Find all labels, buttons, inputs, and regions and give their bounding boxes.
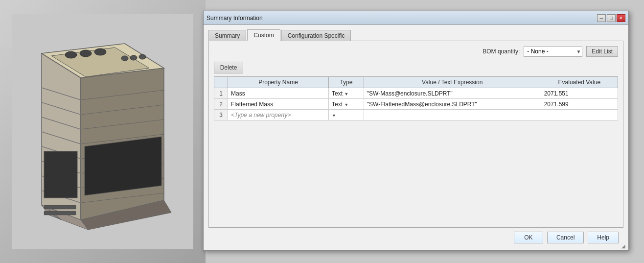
- table-row[interactable]: 2Flatterned MassText ▼"SW-FlattenedMass@…: [214, 99, 618, 110]
- tab-custom[interactable]: Custom: [247, 29, 280, 41]
- dialog-footer: OK Cancel Help: [208, 228, 623, 246]
- value-expr-cell[interactable]: "SW-Mass@enclosure.SLDPRT": [364, 88, 541, 99]
- svg-point-7: [94, 48, 106, 55]
- tab-configuration[interactable]: Configuration Specific: [281, 30, 351, 41]
- cad-viewport: [0, 0, 206, 263]
- type-cell[interactable]: ▼: [328, 110, 364, 120]
- evaluated-value-cell: 2071.599: [541, 99, 618, 110]
- value-expr-cell[interactable]: "SW-FlattenedMass@enclosure.SLDPRT": [364, 99, 541, 110]
- type-cell[interactable]: Text ▼: [328, 99, 364, 110]
- svg-point-8: [121, 56, 128, 61]
- title-bar-buttons: ─ □ ✕: [597, 14, 625, 22]
- row-number: 1: [214, 88, 228, 99]
- col-header-num: [214, 77, 228, 88]
- dialog-title-bar: Summary Information ─ □ ✕: [204, 11, 628, 25]
- summary-information-dialog: Summary Information ─ □ ✕ Summary Custom…: [203, 11, 629, 251]
- restore-button[interactable]: □: [607, 14, 616, 22]
- svg-marker-28: [85, 137, 161, 195]
- tab-content-area: BOM quantity: - None - ▼ Edit List Delet…: [208, 41, 623, 228]
- bom-label: BOM quantity:: [483, 48, 520, 55]
- svg-rect-33: [44, 211, 76, 215]
- property-name-cell[interactable]: Flatterned Mass: [228, 99, 329, 110]
- ok-button[interactable]: OK: [514, 232, 543, 243]
- tab-bar: Summary Custom Configuration Specific: [208, 29, 623, 41]
- svg-point-5: [65, 51, 77, 58]
- col-header-type: Type: [328, 77, 364, 88]
- type-dropdown-arrow[interactable]: ▼: [344, 92, 348, 96]
- row-number: 3: [214, 110, 228, 120]
- delete-button-row: Delete: [214, 62, 618, 76]
- table-row[interactable]: 1MassText ▼"SW-Mass@enclosure.SLDPRT"207…: [214, 88, 618, 99]
- type-dropdown-arrow-empty[interactable]: ▼: [332, 113, 336, 118]
- delete-button[interactable]: Delete: [214, 62, 243, 73]
- help-button[interactable]: Help: [588, 232, 619, 243]
- svg-point-9: [130, 55, 137, 60]
- evaluated-value-cell: [541, 110, 618, 120]
- edit-list-button[interactable]: Edit List: [586, 46, 618, 57]
- resize-handle[interactable]: ◢: [621, 243, 627, 249]
- table-row[interactable]: 3<Type a new property>▼: [214, 110, 618, 120]
- svg-point-10: [139, 54, 146, 59]
- dialog-content: Summary Custom Configuration Specific BO…: [204, 25, 628, 250]
- property-name-cell[interactable]: Mass: [228, 88, 329, 99]
- col-header-property: Property Name: [228, 77, 329, 88]
- col-header-value: Value / Text Expression: [364, 77, 541, 88]
- row-number: 2: [214, 99, 228, 110]
- property-name-cell[interactable]: <Type a new property>: [228, 110, 329, 120]
- col-header-evaluated: Evaluated Value: [541, 77, 618, 88]
- type-dropdown-arrow[interactable]: ▼: [344, 102, 348, 107]
- tab-summary[interactable]: Summary: [208, 30, 246, 41]
- svg-rect-27: [44, 151, 77, 198]
- value-expr-cell[interactable]: [364, 110, 541, 120]
- bom-select-wrapper: - None - ▼: [524, 46, 582, 57]
- type-value: Text: [332, 90, 343, 97]
- evaluated-value-cell: 2071.551: [541, 88, 618, 99]
- type-value: Text: [332, 101, 343, 108]
- close-button[interactable]: ✕: [617, 14, 625, 22]
- type-cell[interactable]: Text ▼: [328, 88, 364, 99]
- dialog-title: Summary Information: [207, 15, 263, 22]
- properties-table: Property Name Type Value / Text Expressi…: [214, 76, 618, 120]
- svg-rect-32: [44, 205, 76, 209]
- cad-model-svg: [12, 14, 193, 249]
- minimize-button[interactable]: ─: [597, 14, 606, 22]
- bom-quantity-select[interactable]: - None -: [524, 46, 582, 57]
- bom-row: BOM quantity: - None - ▼ Edit List: [214, 46, 618, 57]
- svg-point-6: [80, 50, 92, 57]
- cancel-button[interactable]: Cancel: [547, 232, 584, 243]
